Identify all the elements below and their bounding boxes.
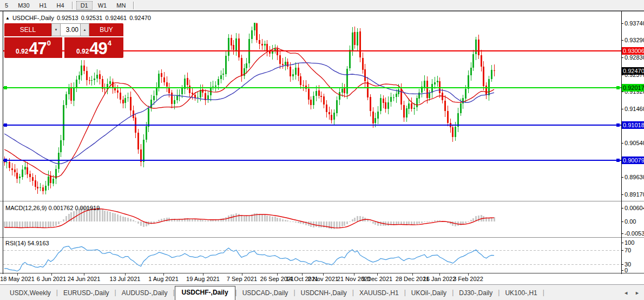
rsi-tick-mark (621, 250, 623, 251)
tab-dj30-daily[interactable]: DJ30-,Daily (454, 287, 498, 300)
price-tick-label: 0.93290 (625, 37, 644, 43)
macd-tick-mark (621, 233, 623, 234)
toolbar-separator (72, 2, 73, 9)
rsi-tick-label: 100 (625, 239, 634, 246)
ohlc-high: 0.92531 (81, 15, 103, 21)
rsi-tick-label: 0 (625, 267, 628, 273)
sell-price-tile[interactable]: 0.92470 (4, 37, 62, 58)
sell-price-prefix: 0.92 (16, 48, 28, 56)
hline-handle[interactable] (4, 86, 7, 89)
tab-ukoil-daily[interactable]: UKOil-,Daily (406, 287, 452, 300)
price-tick-mark (621, 40, 623, 41)
rsi-canvas[interactable] (3, 238, 621, 273)
tf-button-w1[interactable]: W1 (94, 1, 111, 10)
tf-button-5[interactable]: 5 (1, 1, 12, 10)
price-tick-mark (621, 23, 623, 24)
timeframe-toolbar: 5M30H1H4D1W1MN (0, 0, 644, 11)
tab-audusd-daily[interactable]: AUDUSD-,Daily (116, 287, 173, 300)
chart-tab-bar: ◄ ► USDX,Weekly|EURUSD-,Daily|AUDUSD-,Da… (0, 285, 644, 300)
volume-increase-button[interactable]: ▲ (80, 23, 89, 36)
price-tick-mark (621, 109, 623, 109)
price-tick-mark (621, 194, 623, 195)
time-label: 1 Aug 2021 (148, 276, 179, 282)
tf-button-h4[interactable]: H4 (52, 1, 69, 10)
rsi-tick-mark (621, 243, 623, 243)
tf-button-mn[interactable]: MN (112, 1, 130, 10)
price-level-badge: 0.92017 (622, 84, 644, 92)
macd-tick-mark (621, 208, 623, 208)
time-label: 16 Jan 2022 (423, 276, 456, 282)
tf-button-h1[interactable]: H1 (35, 1, 51, 10)
current-price-badge: 0.92470 (622, 67, 644, 75)
tab-usdcnh-daily[interactable]: USDCNH-,Daily (295, 287, 352, 300)
hline-0.92017[interactable] (3, 87, 621, 88)
tab-usdcad-daily[interactable]: USDCAD-,Daily (237, 287, 294, 300)
volume-input[interactable] (61, 23, 80, 36)
buy-button[interactable]: BUY (89, 23, 123, 36)
sell-button[interactable]: SELL (4, 23, 51, 36)
volume-decrease-button[interactable]: ▼ (51, 23, 61, 36)
tab-usdx-weekly[interactable]: USDX,Weekly (4, 287, 56, 300)
collapse-panel-icon[interactable]: ▲ (5, 16, 10, 21)
chart-title: ▲ USDCHF-,Daily 0.92513 0.92531 0.92461 … (5, 15, 151, 21)
tab-separator: | (543, 289, 544, 300)
rsi-tick-label: 70 (625, 247, 631, 253)
price-tick-label: 0.89630 (625, 174, 644, 180)
price-tick-mark (621, 143, 623, 144)
tab-scroll-nav: ◄ ► (623, 290, 640, 296)
time-label: 9 Dec 2021 (362, 276, 392, 282)
trading-platform-screen: 5M30H1H4D1W1MN ▲ USDCHF-,Daily 0.92513 0… (0, 0, 644, 300)
time-label: 2 Nov 2021 (308, 276, 338, 282)
buy-price-tile[interactable]: 0.92494 (64, 37, 123, 58)
sell-price-big: 47 (29, 41, 46, 56)
macd-tick-mark (621, 221, 623, 222)
one-click-trading-panel: SELL ▼ ▲ BUY 0.92470 0.92494 (4, 23, 123, 58)
price-tick-mark (621, 177, 623, 178)
rsi-tick-mark (621, 264, 623, 265)
price-level-badge: 0.93006 (622, 47, 644, 55)
time-label: 13 Jul 2021 (110, 276, 141, 282)
ohlc-open: 0.92513 (57, 15, 78, 21)
macd-tick-label: 0.006045 (625, 205, 644, 211)
price-tick-mark (621, 57, 623, 58)
tf-button-m30[interactable]: M30 (14, 1, 34, 10)
price-level-badge: 0.90079 (622, 156, 644, 164)
chart-window: ▲ USDCHF-,Daily 0.92513 0.92531 0.92461 … (0, 11, 644, 285)
tab-scroll-left-icon[interactable]: ◄ (623, 290, 628, 296)
hline-handle[interactable] (616, 123, 620, 127)
price-tick-label: 0.91460 (625, 106, 644, 112)
hline-handle[interactable] (4, 123, 7, 127)
chart-symbol-period: USDCHF-,Daily (12, 15, 54, 21)
hline-handle[interactable] (4, 159, 7, 162)
price-tick-label: 0.92830 (625, 54, 644, 61)
tab-xauusd-h1[interactable]: XAUUSD-,H1 (354, 287, 404, 300)
hline-handle[interactable] (616, 86, 620, 89)
sell-price-pip: 0 (47, 39, 51, 47)
macd-label: MACD(12,26,9) 0.001762 0.001919 (5, 205, 100, 211)
tab-usdchf-daily[interactable]: USDCHF-,Daily (175, 286, 235, 300)
tab-scroll-right-icon[interactable]: ► (635, 290, 640, 296)
time-axis-border (0, 273, 644, 273)
buy-price-big: 49 (89, 41, 107, 56)
tab-eurusd-daily[interactable]: EURUSD-,Daily (58, 287, 115, 300)
hline-handle[interactable] (616, 159, 620, 162)
macd-tick-label: -0.00538 (625, 230, 644, 237)
rsi-tick-mark (621, 270, 623, 271)
hline-0.91018[interactable] (3, 125, 621, 126)
time-label: 3 Feb 2022 (453, 276, 483, 282)
price-tick-label: 0.89170 (625, 191, 644, 198)
toolbar-separator (133, 2, 134, 9)
time-label: 7 Sep 2021 (227, 276, 257, 282)
price-tick-mark (621, 92, 623, 92)
macd-tick-label: 0.00 (625, 218, 636, 225)
price-level-badge: 0.91018 (622, 121, 644, 129)
buy-price-prefix: 0.92 (76, 48, 89, 56)
tf-button-d1[interactable]: D1 (76, 1, 93, 10)
hline-0.90079[interactable] (3, 160, 621, 161)
buy-price-pip: 4 (108, 39, 111, 47)
ohlc-low: 0.92461 (105, 15, 127, 21)
time-label: 24 Jun 2021 (68, 276, 101, 282)
ohlc-close: 0.92470 (129, 15, 151, 21)
time-label: 19 Aug 2021 (186, 276, 220, 282)
tab-uk100-h1[interactable]: UK100-,H1 (500, 287, 542, 300)
